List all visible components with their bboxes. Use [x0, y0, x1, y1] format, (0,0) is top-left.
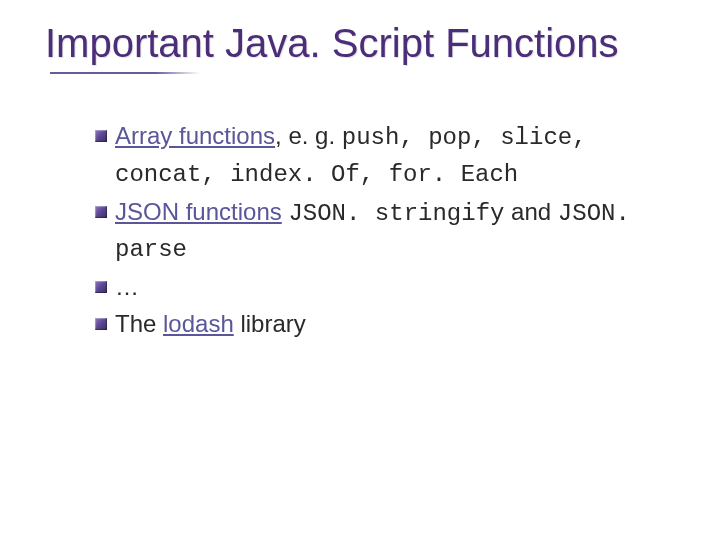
text: and — [504, 198, 557, 225]
list-item: Array functions, e. g. push, pop, slice,… — [95, 119, 670, 193]
list-item: The lodash library — [95, 307, 670, 342]
text: library — [234, 310, 306, 337]
text: , e. g. — [275, 122, 342, 149]
diamond-bullet-icon — [95, 130, 107, 142]
list-item-text: … — [115, 270, 670, 305]
list-item: JSON functions JSON. stringify and JSON.… — [95, 195, 670, 269]
list-item-text: JSON functions JSON. stringify and JSON.… — [115, 195, 670, 269]
text: The — [115, 310, 163, 337]
slide-title: Important Java. Script Functions — [45, 20, 690, 66]
code-text: JSON. stringify — [288, 200, 504, 227]
json-functions-link[interactable]: JSON functions — [115, 198, 282, 225]
diamond-bullet-icon — [95, 318, 107, 330]
slide: Important Java. Script Functions Array f… — [0, 0, 720, 540]
diamond-bullet-icon — [95, 206, 107, 218]
title-underline — [50, 72, 200, 74]
array-functions-link[interactable]: Array functions — [115, 122, 275, 149]
list-item-text: The lodash library — [115, 307, 670, 342]
bullet-list: Array functions, e. g. push, pop, slice,… — [95, 119, 670, 342]
list-item: … — [95, 270, 670, 305]
lodash-link[interactable]: lodash — [163, 310, 234, 337]
diamond-bullet-icon — [95, 281, 107, 293]
list-item-text: Array functions, e. g. push, pop, slice,… — [115, 119, 670, 193]
